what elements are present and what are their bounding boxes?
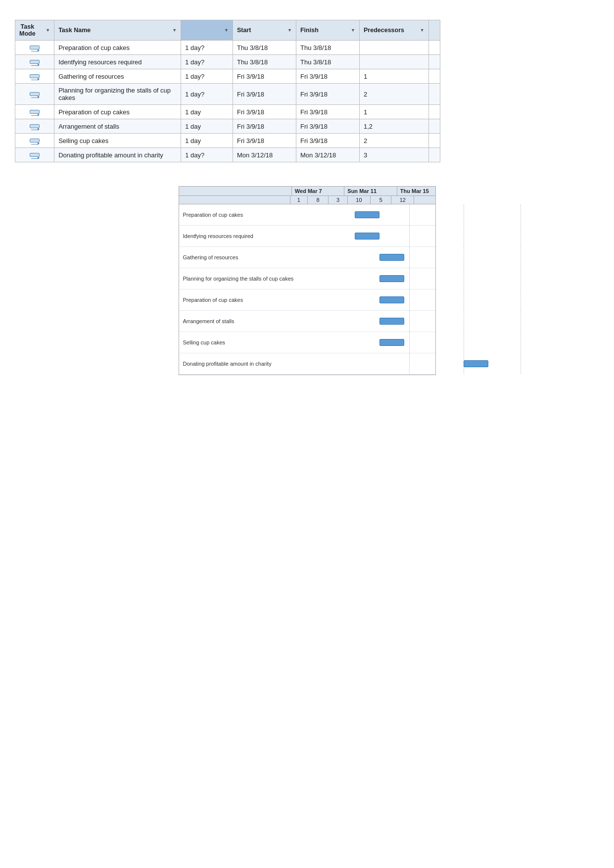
- sort-arrow-duration: ▼: [224, 28, 229, 33]
- col-header-start[interactable]: Start ▼: [233, 20, 296, 41]
- predecessor-cell: 2: [360, 84, 429, 105]
- chart-row: Identfying resources required: [179, 226, 435, 247]
- task-name-cell: Planning for organizing the stalls of cu…: [54, 84, 181, 105]
- chart-row-label: Selling cup cakes: [179, 338, 332, 347]
- col-header-task-name[interactable]: Task Name ▼: [54, 20, 181, 41]
- chart-day-10: 10: [348, 196, 371, 204]
- task-mode-cell: [15, 105, 54, 119]
- table-row[interactable]: Preparation of cup cakes1 dayFri 3/9/18F…: [15, 105, 440, 119]
- chart-day-1: 1: [290, 196, 308, 204]
- task-mode-cell: [15, 134, 54, 148]
- chart-row-label: Preparation of cup cakes: [179, 295, 332, 305]
- col-header-duration[interactable]: ▼: [181, 20, 233, 41]
- task-mode-cell: [15, 148, 54, 162]
- gantt-bar: [379, 254, 404, 261]
- table-row[interactable]: Gathering of resources1 day?Fri 3/9/18Fr…: [15, 69, 440, 84]
- vertical-grid-line: [409, 268, 410, 289]
- task-mode-icon: [30, 110, 40, 116]
- table-row[interactable]: Selling cup cakes1 dayFri 3/9/18Fri 3/9/…: [15, 134, 440, 148]
- start-cell: Thu 3/8/18: [233, 41, 296, 55]
- duration-cell: 1 day: [181, 105, 233, 119]
- duration-cell: 1 day: [181, 119, 233, 134]
- table-row[interactable]: Planning for organizing the stalls of cu…: [15, 84, 440, 105]
- chart-day-8: 8: [308, 196, 329, 204]
- task-name-cell: Selling cup cakes: [54, 134, 181, 148]
- chart-row: Arrangement of stalls: [179, 311, 435, 332]
- finish-cell: Fri 3/9/18: [296, 105, 359, 119]
- chart-row-label: Preparation of cup cakes: [179, 210, 332, 220]
- predecessor-cell: 1,2: [360, 119, 429, 134]
- chart-day-3: 3: [329, 196, 348, 204]
- extra-cell: [428, 41, 440, 55]
- gantt-chart: Wed Mar 7 Sun Mar 11 Thu Mar 15 1 8 3 10…: [179, 186, 436, 375]
- start-cell: Fri 3/9/18: [233, 119, 296, 134]
- vertical-grid-line: [520, 311, 521, 332]
- col-header-finish-label: Finish: [300, 27, 319, 34]
- finish-cell: Fri 3/9/18: [296, 84, 359, 105]
- duration-cell: 1 day?: [181, 84, 233, 105]
- bar-area: [332, 268, 435, 289]
- vertical-grid-line: [520, 204, 521, 225]
- duration-cell: 1 day: [181, 134, 233, 148]
- col-header-extra: [428, 20, 440, 41]
- vertical-grid-line: [409, 332, 410, 353]
- table-row[interactable]: Donating profitable amount in charity1 d…: [15, 148, 440, 162]
- chart-day-end: [414, 196, 435, 204]
- start-cell: Fri 3/9/18: [233, 134, 296, 148]
- task-mode-icon: [30, 124, 40, 130]
- chart-date-thu-mar15: Thu Mar 15: [397, 187, 435, 195]
- task-mode-cell: [15, 119, 54, 134]
- finish-cell: Thu 3/8/18: [296, 55, 359, 69]
- gantt-bar: [379, 275, 404, 282]
- gantt-bar: [355, 211, 379, 218]
- vertical-grid-line: [520, 353, 521, 374]
- gantt-bar: [379, 296, 404, 303]
- chart-row-label: Arrangement of stalls: [179, 316, 332, 326]
- bar-area: [332, 289, 435, 310]
- finish-cell: Fri 3/9/18: [296, 69, 359, 84]
- extra-cell: [428, 84, 440, 105]
- duration-cell: 1 day?: [181, 55, 233, 69]
- task-mode-cell: [15, 69, 54, 84]
- sort-arrow-pred: ▼: [420, 28, 425, 33]
- vertical-grid-line: [464, 204, 464, 225]
- vertical-grid-line: [520, 332, 521, 353]
- chart-row: Donating profitable amount in charity: [179, 353, 435, 375]
- chart-row: Preparation of cup cakes: [179, 289, 435, 311]
- bar-area: [332, 247, 435, 268]
- task-name-cell: Identfying resources required: [54, 55, 181, 69]
- extra-cell: [428, 55, 440, 69]
- col-header-predecessors[interactable]: Predecessors ▼: [360, 20, 429, 41]
- vertical-grid-line: [409, 226, 410, 246]
- table-row[interactable]: Preparation of cup cakes1 day?Thu 3/8/18…: [15, 41, 440, 55]
- sort-arrow-start: ▼: [287, 28, 292, 33]
- chart-row-label: Identfying resources required: [179, 231, 332, 241]
- col-header-task-mode[interactable]: TaskMode ▼: [15, 20, 54, 41]
- chart-row: Gathering of resources: [179, 247, 435, 268]
- chart-rows: Preparation of cup cakesIdentfying resou…: [179, 204, 435, 375]
- task-name-cell: Arrangement of stalls: [54, 119, 181, 134]
- vertical-grid-line: [520, 289, 521, 310]
- chart-day-header: 1 8 3 10 5 12: [179, 196, 435, 204]
- task-mode-icon: [30, 74, 40, 80]
- start-cell: Fri 3/9/18: [233, 69, 296, 84]
- chart-date-sun-mar11: Sun Mar 11: [344, 187, 397, 195]
- task-name-cell: Gathering of resources: [54, 69, 181, 84]
- vertical-grid-line: [409, 289, 410, 310]
- table-row[interactable]: Arrangement of stalls1 dayFri 3/9/18Fri …: [15, 119, 440, 134]
- vertical-grid-line: [520, 226, 521, 246]
- col-header-finish[interactable]: Finish ▼: [296, 20, 359, 41]
- chart-date-header: Wed Mar 7 Sun Mar 11 Thu Mar 15: [179, 187, 435, 196]
- predecessor-cell: 1: [360, 105, 429, 119]
- extra-cell: [428, 119, 440, 134]
- vertical-grid-line: [464, 226, 464, 246]
- table-row[interactable]: Identfying resources required1 day?Thu 3…: [15, 55, 440, 69]
- start-cell: Mon 3/12/18: [233, 148, 296, 162]
- vertical-grid-line: [464, 247, 464, 268]
- chart-row: Selling cup cakes: [179, 332, 435, 353]
- chart-row-label: Donating profitable amount in charity: [179, 359, 332, 369]
- predecessor-cell: [360, 41, 429, 55]
- finish-cell: Fri 3/9/18: [296, 134, 359, 148]
- task-mode-cell: [15, 41, 54, 55]
- chart-row: Preparation of cup cakes: [179, 204, 435, 226]
